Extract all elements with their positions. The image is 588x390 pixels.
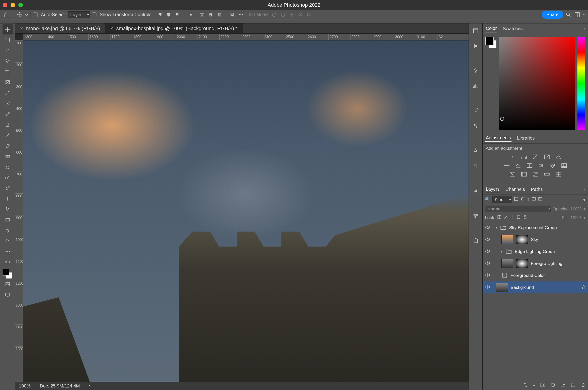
path-select-tool[interactable] bbox=[2, 204, 13, 214]
dodge-tool[interactable] bbox=[2, 172, 13, 183]
link-layers-icon[interactable] bbox=[523, 383, 528, 388]
gradient-tool[interactable] bbox=[2, 151, 13, 161]
libraries-icon[interactable] bbox=[471, 236, 481, 245]
more-options-icon[interactable] bbox=[237, 11, 244, 18]
hue-strip[interactable] bbox=[577, 37, 585, 130]
photofilter-adj-icon[interactable] bbox=[537, 162, 545, 169]
layers-tab[interactable]: Layers bbox=[485, 186, 500, 193]
lock-position-icon[interactable] bbox=[510, 215, 514, 220]
layer-name[interactable]: Sky bbox=[531, 237, 586, 242]
layer-row[interactable]: Sky bbox=[483, 234, 588, 245]
gradientmap-adj-icon[interactable] bbox=[543, 171, 551, 178]
layer-name[interactable]: Edge Lighting Group bbox=[515, 249, 586, 254]
color-fgbg[interactable] bbox=[485, 37, 497, 130]
invert-adj-icon[interactable] bbox=[508, 171, 516, 178]
show-transform-checkbox[interactable] bbox=[92, 12, 96, 17]
move-tool[interactable] bbox=[2, 24, 13, 35]
screenmode-tool[interactable] bbox=[2, 290, 13, 300]
colorbalance-adj-icon[interactable] bbox=[514, 162, 522, 169]
type-tool[interactable] bbox=[2, 194, 13, 204]
edit-toolbar[interactable] bbox=[2, 246, 13, 257]
filter-type-icon[interactable]: T bbox=[527, 197, 530, 202]
chevron-down-icon[interactable] bbox=[583, 13, 586, 16]
rectangle-tool[interactable] bbox=[2, 215, 13, 225]
color-tab[interactable]: Color bbox=[485, 25, 497, 32]
document-tab[interactable]: × mono-lake.jpg @ 66.7% (RGB/8) bbox=[15, 23, 105, 33]
move-tool-icon[interactable] bbox=[16, 11, 23, 18]
hand-tool[interactable] bbox=[2, 225, 13, 236]
bw-adj-icon[interactable] bbox=[526, 162, 534, 169]
histogram-icon[interactable] bbox=[471, 81, 481, 91]
zoom-tool[interactable] bbox=[2, 236, 13, 246]
zoom-window[interactable] bbox=[18, 3, 23, 7]
status-chevron-icon[interactable]: › bbox=[89, 383, 91, 389]
minimize-window[interactable] bbox=[11, 3, 15, 7]
close-window[interactable] bbox=[3, 3, 7, 7]
quick-select-tool[interactable] bbox=[2, 56, 13, 66]
posterize-adj-icon[interactable] bbox=[520, 171, 528, 178]
share-button[interactable]: Share bbox=[542, 11, 563, 19]
vertical-ruler[interactable]: 1002003004005006007008009001000110012001… bbox=[15, 41, 23, 382]
layer-thumbnail[interactable] bbox=[496, 283, 508, 292]
chevron-down-icon[interactable]: ▾ bbox=[584, 206, 586, 212]
fx-icon[interactable]: fx bbox=[533, 384, 535, 387]
align-top-icon[interactable] bbox=[187, 11, 194, 18]
zoom-level[interactable]: 100% bbox=[19, 383, 31, 389]
new-layer-icon[interactable] bbox=[571, 383, 576, 388]
threshold-adj-icon[interactable] bbox=[531, 171, 540, 178]
selectivecolor-adj-icon[interactable] bbox=[554, 171, 562, 178]
adjustments-tab[interactable]: Adjustments bbox=[485, 134, 511, 142]
lock-icon[interactable] bbox=[582, 285, 586, 290]
distribute-bottom-icon[interactable] bbox=[216, 11, 223, 18]
layer-mask-thumbnail[interactable] bbox=[516, 259, 528, 268]
paths-tab[interactable]: Paths bbox=[531, 186, 543, 193]
chevron-down-icon[interactable]: ▾ bbox=[584, 215, 586, 220]
layer-filter-kind[interactable]: Kind bbox=[492, 196, 512, 203]
chevron-right-icon[interactable]: ▸ bbox=[501, 250, 503, 253]
align-left-icon[interactable] bbox=[157, 11, 163, 18]
workspace-icon[interactable] bbox=[574, 11, 581, 18]
lock-artboard-icon[interactable] bbox=[516, 215, 521, 220]
group-icon[interactable] bbox=[560, 383, 565, 388]
history-panel-icon[interactable] bbox=[471, 26, 481, 36]
canvas[interactable] bbox=[23, 41, 469, 382]
panel-menu-icon[interactable]: ≡ bbox=[584, 188, 585, 191]
quickmask-tool[interactable] bbox=[2, 279, 13, 289]
visibility-icon[interactable] bbox=[485, 237, 490, 242]
layer-row[interactable]: Foreground Color bbox=[483, 270, 588, 282]
channels-tab[interactable]: Channels bbox=[505, 186, 526, 193]
curves-adj-icon[interactable] bbox=[531, 153, 540, 160]
adjustment-layer-icon[interactable] bbox=[550, 383, 555, 388]
layer-row[interactable]: ▸Edge Lighting Group bbox=[483, 245, 588, 257]
brushes-icon[interactable] bbox=[471, 106, 481, 116]
brightness-adj-icon[interactable]: ☀ bbox=[508, 153, 516, 160]
layer-thumbnail[interactable] bbox=[501, 235, 513, 244]
search-icon[interactable] bbox=[565, 11, 572, 18]
panel-menu-icon[interactable]: ≡ bbox=[584, 27, 585, 30]
levels-adj-icon[interactable] bbox=[520, 153, 528, 160]
layer-thumbnail[interactable] bbox=[501, 259, 513, 268]
home-button[interactable] bbox=[2, 11, 11, 18]
layer-row[interactable]: Foregro…ghting bbox=[483, 257, 588, 270]
fill-value[interactable]: 100% bbox=[570, 215, 582, 220]
crop-tool[interactable] bbox=[2, 67, 13, 77]
document-tab[interactable]: × smallpox-hospital.jpg @ 100% (Backgrou… bbox=[105, 23, 243, 33]
lock-all-icon[interactable] bbox=[523, 215, 527, 220]
glyphs-icon[interactable]: A bbox=[471, 186, 481, 196]
stamp-tool[interactable] bbox=[2, 120, 13, 130]
layer-row[interactable]: Background bbox=[483, 282, 588, 293]
properties-icon[interactable] bbox=[471, 211, 481, 221]
vibrance-adj-icon[interactable] bbox=[554, 153, 562, 160]
opacity-value[interactable]: 100% bbox=[570, 206, 582, 212]
layer-name[interactable]: Foreground Color bbox=[510, 273, 586, 278]
lock-image-icon[interactable] bbox=[504, 215, 508, 220]
eraser-tool[interactable] bbox=[2, 141, 13, 151]
healing-tool[interactable] bbox=[2, 98, 13, 108]
horizontal-ruler[interactable]: 1300140015001600170018001900200021002200… bbox=[23, 34, 469, 41]
search-icon[interactable]: 🔍 bbox=[485, 197, 490, 202]
visibility-icon[interactable] bbox=[485, 285, 490, 290]
hue-adj-icon[interactable] bbox=[503, 162, 511, 169]
chevron-down-icon[interactable]: ▾ bbox=[496, 226, 497, 229]
auto-select-checkbox[interactable] bbox=[33, 12, 38, 17]
visibility-icon[interactable] bbox=[485, 261, 490, 266]
